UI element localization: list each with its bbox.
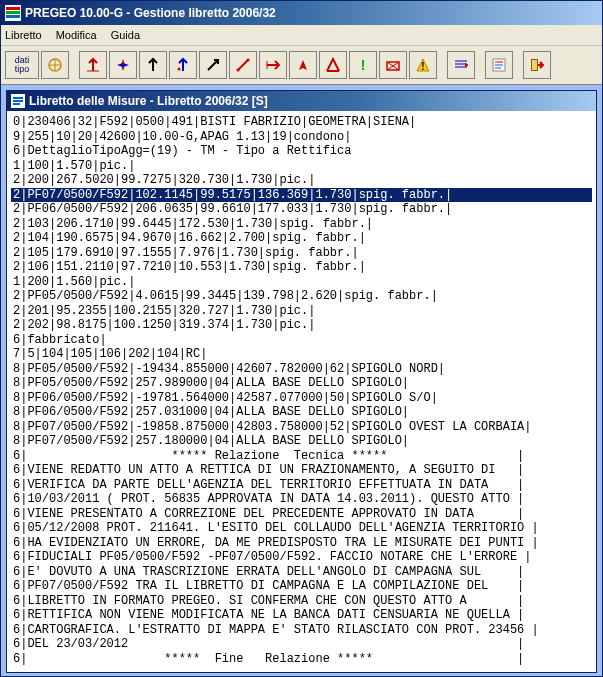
app-window: PREGEO 10.00-G - Gestione libretto 2006/… bbox=[0, 0, 603, 677]
svg-point-8 bbox=[178, 68, 181, 71]
svg-point-11 bbox=[237, 69, 240, 72]
tool-red-horiz-icon[interactable] bbox=[259, 51, 287, 79]
line-14[interactable]: 2|202|98.8175|100.1250|319.374|1.730|pic… bbox=[11, 318, 592, 333]
line-2[interactable]: 6|DettaglioTipoAgg=(19) - TM - Tipo a Re… bbox=[11, 144, 592, 159]
tool-lines-icon[interactable] bbox=[447, 51, 475, 79]
line-17[interactable]: 8|PF05/0500/F592|-19434.855000|42607.782… bbox=[11, 362, 592, 377]
tool-survey-icon[interactable] bbox=[379, 51, 407, 79]
app-title: PREGEO 10.00-G - Gestione libretto 2006/… bbox=[25, 6, 276, 20]
svg-text:!: ! bbox=[421, 61, 424, 72]
line-10[interactable]: 2|106|151.2110|97.7210|10.553|1.730|spig… bbox=[11, 260, 592, 275]
svg-rect-3 bbox=[6, 15, 20, 18]
line-24[interactable]: 6|VIENE REDATTO UN ATTO A RETTICA DI UN … bbox=[11, 463, 592, 478]
svg-point-12 bbox=[247, 59, 250, 62]
line-34[interactable]: 6|RETTIFICA NON VIENE MODIFICATA NE LA B… bbox=[11, 608, 592, 623]
svg-rect-34 bbox=[13, 103, 20, 105]
tipo-label: tipo bbox=[15, 65, 30, 74]
tool-dati-tipo[interactable]: dati tipo bbox=[5, 51, 39, 79]
line-5[interactable]: 2|PF07/0500/F592|102.1145|99.5175|136.36… bbox=[11, 188, 592, 203]
svg-line-9 bbox=[208, 60, 218, 70]
line-25[interactable]: 6|VERIFICA DA PARTE DELL'AGENZIA DEL TER… bbox=[11, 478, 592, 493]
line-3[interactable]: 1|100|1.570|pic.| bbox=[11, 159, 592, 174]
line-7[interactable]: 2|103|206.1710|99.6445|172.530|1.730|spi… bbox=[11, 217, 592, 232]
line-8[interactable]: 2|104|190.6575|94.9670|16.662|2.700|spig… bbox=[11, 231, 592, 246]
menu-modifica[interactable]: Modifica bbox=[56, 29, 97, 41]
line-31[interactable]: 6|E' DOVUTO A UNA TRASCRIZIONE ERRATA DE… bbox=[11, 565, 592, 580]
line-35[interactable]: 6|CARTOGRAFICA. L'ESTRATTO DI MAPPA E' S… bbox=[11, 623, 592, 638]
app-icon bbox=[5, 5, 21, 21]
line-36[interactable]: 6|DEL 23/03/2012 | bbox=[11, 637, 592, 652]
line-26[interactable]: 6|10/03/2011 ( PROT. 56835 APPROVATA IN … bbox=[11, 492, 592, 507]
svg-rect-1 bbox=[6, 7, 20, 10]
tool-red-up-icon[interactable] bbox=[79, 51, 107, 79]
tool-compass-icon[interactable] bbox=[41, 51, 69, 79]
line-11[interactable]: 1|200|1.560|pic.| bbox=[11, 275, 592, 290]
tool-exit-icon[interactable] bbox=[523, 51, 551, 79]
line-19[interactable]: 8|PF06/0500/F592|-19781.564000|42587.077… bbox=[11, 391, 592, 406]
line-30[interactable]: 6|FIDUCIALI PF05/0500/F592 -PF07/0500/F5… bbox=[11, 550, 592, 565]
line-12[interactable]: 2|PF05/0500/F592|4.0615|99.3445|139.798|… bbox=[11, 289, 592, 304]
menu-libretto[interactable]: Libretto bbox=[5, 29, 42, 41]
tool-text-icon[interactable] bbox=[485, 51, 513, 79]
svg-text:!: ! bbox=[361, 57, 366, 73]
svg-rect-30 bbox=[532, 60, 537, 70]
line-28[interactable]: 6|05/12/2008 PROT. 211641. L'ESITO DEL C… bbox=[11, 521, 592, 536]
line-27[interactable]: 6|VIENE PRESENTATO A CORREZIONE DEL PREC… bbox=[11, 507, 592, 522]
line-15[interactable]: 6|fabbricato| bbox=[11, 333, 592, 348]
line-33[interactable]: 6|LIBRETTO IN FORMATO PREGEO. SI CONFERM… bbox=[11, 594, 592, 609]
line-20[interactable]: 8|PF06/0500/F592|257.031000|04|ALLA BASE… bbox=[11, 405, 592, 420]
line-37[interactable]: 6| ***** Fine Relazione ***** | bbox=[11, 652, 592, 667]
menu-guida[interactable]: Guida bbox=[111, 29, 140, 41]
tool-compass-a-icon[interactable] bbox=[289, 51, 317, 79]
tool-bang-icon[interactable]: ! bbox=[349, 51, 377, 79]
document-title: Libretto delle Misure - Libretto 2006/32… bbox=[29, 94, 268, 108]
line-1[interactable]: 9|255|10|20|42600|10.00-G,APAG 1.13|19|c… bbox=[11, 130, 592, 145]
line-18[interactable]: 8|PF05/0500/F592|257.989000|04|ALLA BASE… bbox=[11, 376, 592, 391]
line-32[interactable]: 6|PF07/0500/F592 TRA IL LIBRETTO DI CAMP… bbox=[11, 579, 592, 594]
svg-rect-32 bbox=[13, 97, 23, 99]
menu-bar: Libretto Modifica Guida bbox=[1, 25, 602, 46]
tool-black-up-icon[interactable] bbox=[139, 51, 167, 79]
line-13[interactable]: 2|201|95.2355|100.2155|320.727|1.730|pic… bbox=[11, 304, 592, 319]
tool-blue-up-icon[interactable] bbox=[169, 51, 197, 79]
line-0[interactable]: 0|230406|32|F592|0500|491|BISTI FABRIZIO… bbox=[11, 115, 592, 130]
tool-red-peak-icon[interactable] bbox=[319, 51, 347, 79]
line-21[interactable]: 8|PF07/0500/F592|-19858.875000|42803.758… bbox=[11, 420, 592, 435]
line-22[interactable]: 8|PF07/0500/F592|257.180000|04|ALLA BASE… bbox=[11, 434, 592, 449]
tool-red-star-icon[interactable] bbox=[109, 51, 137, 79]
document-icon bbox=[11, 94, 25, 108]
svg-line-10 bbox=[238, 60, 248, 70]
tool-black-diag-icon[interactable] bbox=[199, 51, 227, 79]
line-23[interactable]: 6| ***** Relazione Tecnica ***** | bbox=[11, 449, 592, 464]
line-29[interactable]: 6|HA EVIDENZIATO UN ERRORE, DA ME PREDIS… bbox=[11, 536, 592, 551]
document-window: Libretto delle Misure - Libretto 2006/32… bbox=[6, 90, 597, 673]
line-6[interactable]: 2|PF06/0500/F592|206.0635|99.6610|177.03… bbox=[11, 202, 592, 217]
text-editor[interactable]: 0|230406|32|F592|0500|491|BISTI FABRIZIO… bbox=[7, 111, 596, 672]
line-16[interactable]: 7|5|104|105|106|202|104|RC| bbox=[11, 347, 592, 362]
line-9[interactable]: 2|105|179.6910|97.1555|7.976|1.730|spig.… bbox=[11, 246, 592, 261]
svg-rect-2 bbox=[6, 11, 20, 14]
mdi-client: Libretto delle Misure - Libretto 2006/32… bbox=[1, 85, 602, 676]
tool-red-slash-icon[interactable] bbox=[229, 51, 257, 79]
svg-rect-33 bbox=[13, 100, 23, 102]
title-bar[interactable]: PREGEO 10.00-G - Gestione libretto 2006/… bbox=[1, 1, 602, 25]
document-title-bar[interactable]: Libretto delle Misure - Libretto 2006/32… bbox=[7, 91, 596, 111]
line-4[interactable]: 2|200|267.5020|99.7275|320.730|1.730|pic… bbox=[11, 173, 592, 188]
tool-warning-icon[interactable]: ! bbox=[409, 51, 437, 79]
toolbar: dati tipo bbox=[1, 46, 602, 85]
